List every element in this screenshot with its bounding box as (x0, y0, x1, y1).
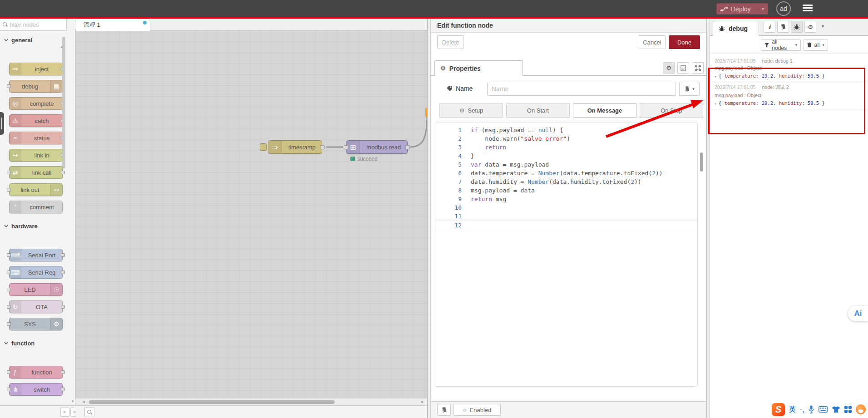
ime-toolbox-icon[interactable] (844, 406, 852, 413)
clear-messages-button[interactable]: all ▾ (804, 39, 828, 51)
done-button[interactable]: Done (669, 35, 700, 49)
editor-line[interactable]: 1if (msg.payload == null) { (435, 126, 697, 134)
filter-nodes-button[interactable]: all nodes ▾ (761, 39, 801, 51)
palette-node-comment[interactable]: “comment (9, 201, 63, 213)
editor-line[interactable]: 8msg.payload = data (435, 186, 697, 195)
deploy-main[interactable]: Deploy (717, 5, 758, 13)
palette-scrollbar[interactable] (62, 37, 65, 168)
sogou-logo[interactable]: S (772, 403, 785, 416)
sidebar-options-caret[interactable]: ▾ (822, 24, 824, 29)
expand-editor-button[interactable] (692, 62, 704, 74)
canvas-h-scrollbar[interactable]: ◂ ▸ (75, 398, 427, 405)
palette-node-serial-req[interactable]: ⌨Serial Req (9, 266, 63, 279)
editor-line[interactable]: 10 (435, 203, 697, 212)
palette-node-link-out[interactable]: ↣link out (9, 183, 63, 196)
zoom-search-button[interactable] (84, 407, 94, 417)
footer-library-button[interactable] (437, 404, 451, 416)
editor-line[interactable]: 2 node.warn("salve error") (435, 134, 697, 143)
name-input[interactable] (487, 82, 676, 96)
annotation-highlight-box (708, 68, 865, 134)
editor-line[interactable]: 11 (435, 212, 697, 221)
palette-node-function[interactable]: ƒfunction (9, 366, 63, 379)
cancel-button[interactable]: Cancel (639, 35, 666, 49)
palette-node-sys[interactable]: ⚙SYS (9, 318, 63, 330)
line-code: } (471, 152, 697, 160)
scroll-right-icon[interactable]: ▸ (421, 399, 424, 404)
deploy-options-caret[interactable]: ▾ (758, 6, 768, 11)
tab-on-stop[interactable]: On Stop (640, 103, 703, 118)
info-button[interactable]: i (764, 21, 775, 33)
library-button[interactable]: ▾ (679, 82, 700, 96)
h-scroll-thumb[interactable] (89, 400, 335, 404)
palette-node-inject[interactable]: ⇒inject (9, 63, 63, 75)
node-settings-button[interactable]: ⚙ (663, 62, 675, 74)
tab-setup[interactable]: ⚙Setup (439, 103, 503, 118)
config-nodes-button[interactable]: ⚙ (804, 21, 816, 33)
keyboard-icon[interactable] (819, 406, 828, 413)
complete-circle-icon: ◎ (10, 98, 21, 109)
microphone-icon[interactable] (808, 405, 814, 413)
enabled-toggle-button[interactable]: ○ Enabled (454, 404, 501, 416)
modbus-grid-icon: ⊞ (346, 141, 360, 153)
user-avatar[interactable]: ad (776, 1, 791, 16)
tab-properties[interactable]: ⚙ Properties (434, 60, 523, 76)
input-port (7, 270, 11, 274)
tab-debug[interactable]: debug (713, 21, 759, 36)
palette-filter[interactable] (0, 19, 67, 31)
editor-line[interactable]: 5var data = msg.payload (435, 160, 697, 169)
palette-node-led[interactable]: ☉LED (9, 283, 63, 296)
editor-line[interactable]: 7data.humidity = Number(data.humidity.to… (435, 177, 697, 186)
description-button[interactable] (677, 62, 689, 74)
tray-resize-handle[interactable] (427, 19, 431, 418)
filter-nodes-input[interactable] (10, 21, 58, 28)
output-port[interactable] (320, 145, 325, 149)
palette-scroll-down-icon[interactable]: ▾ (72, 399, 74, 403)
palette-node-status[interactable]: ≈status (9, 132, 63, 144)
palette-node-label: debug (10, 80, 50, 92)
palette-node-switch[interactable]: ⋔switch (9, 383, 63, 396)
palette-node-label: complete (21, 98, 62, 109)
palette-section-header[interactable]: function (0, 338, 75, 349)
section-label: hardware (11, 223, 38, 230)
ime-emoji-icon[interactable] (856, 404, 866, 414)
palette-section-header[interactable]: hardware (0, 221, 75, 231)
input-port[interactable] (344, 145, 348, 149)
editor-line[interactable]: 6data.temperature = Number(data.temperat… (435, 169, 697, 177)
scroll-left-icon[interactable]: ◂ (83, 399, 85, 404)
flow-node-timestamp[interactable]: ⇒timestamp (268, 140, 322, 154)
palette-node-label: OTA (21, 301, 62, 313)
inject-trigger-button[interactable] (260, 143, 267, 151)
code-editor[interactable]: 1if (msg.payload == null) {2 node.warn("… (435, 123, 698, 387)
flow-node-modbus-read[interactable]: ⊞modbus read (346, 140, 408, 154)
ime-language-toggle[interactable]: 英 (789, 405, 796, 414)
palette-node-complete[interactable]: ◎complete (9, 97, 63, 110)
editor-line[interactable]: 4} (435, 152, 697, 160)
collapse-categories-button[interactable]: « (60, 408, 69, 417)
tab-on-start[interactable]: On Start (506, 103, 570, 118)
node-status-dot (350, 157, 355, 161)
editor-line[interactable]: 12 (435, 221, 697, 229)
editor-line[interactable]: 3 return (435, 143, 697, 152)
debug-panel-button[interactable] (791, 21, 803, 33)
skin-shirt-icon[interactable] (832, 406, 840, 413)
tray-scrollbar-thumb[interactable] (700, 152, 703, 172)
palette-node-link-call[interactable]: ⇄link call (9, 166, 63, 179)
help-button[interactable] (777, 21, 789, 33)
palette-node-serial-port[interactable]: ⌨Serial Port (9, 249, 63, 261)
tab-on-message[interactable]: On Message (573, 103, 636, 118)
deploy-button[interactable]: Deploy ▾ (716, 3, 768, 15)
palette-node-link-in[interactable]: ↪link in (9, 149, 63, 162)
editor-line[interactable]: 9return msg (435, 195, 697, 203)
output-port[interactable] (405, 145, 410, 149)
ime-punctuation-toggle[interactable]: ·, (800, 406, 804, 413)
palette-node-debug[interactable]: ▤debug (9, 80, 63, 93)
flow-canvas[interactable]: ⇒timestamp⊞modbus readsucceed (75, 31, 427, 398)
ai-assistant-button[interactable]: Ai (848, 306, 868, 321)
palette-toggle-handle[interactable] (0, 112, 4, 135)
flow-tab[interactable]: 流程 1 (76, 19, 150, 31)
palette-node-ota[interactable]: ↻OTA (9, 300, 63, 313)
main-menu-icon[interactable] (803, 5, 813, 13)
palette-node-catch[interactable]: ⚠catch (9, 114, 63, 127)
delete-button[interactable]: Delete (437, 35, 464, 49)
switch-branch-icon: ⋔ (10, 384, 21, 395)
